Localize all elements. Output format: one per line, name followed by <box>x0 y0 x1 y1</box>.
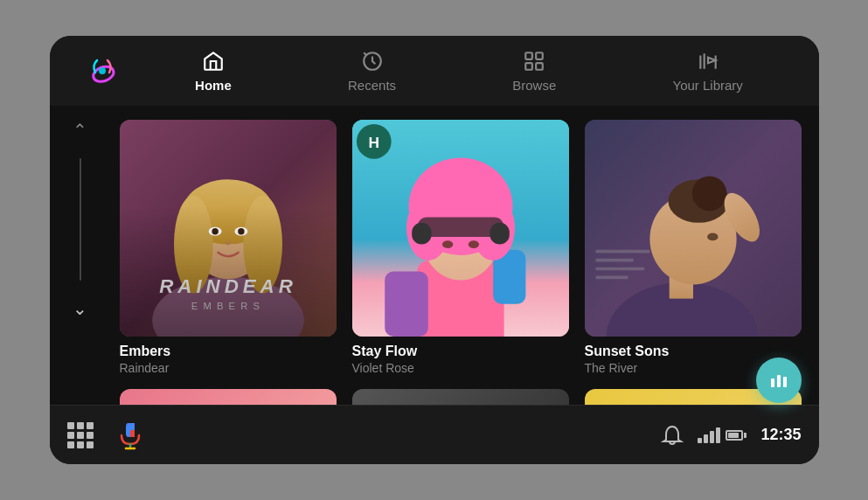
svg-text:RAINDEAR: RAINDEAR <box>159 275 296 297</box>
svg-point-11 <box>152 277 304 337</box>
album-title-stayflow: Stay Flow <box>352 344 569 359</box>
svg-point-16 <box>243 196 282 294</box>
album-card-stayflow[interactable]: H Stay Flow Violet Rose <box>352 120 569 375</box>
svg-rect-46 <box>595 250 649 253</box>
grid-dot <box>77 422 84 429</box>
svg-point-13 <box>186 188 268 279</box>
nav-item-browse[interactable]: Browse <box>495 43 573 100</box>
svg-point-18 <box>234 227 247 236</box>
svg-rect-50 <box>771 378 774 387</box>
now-playing-fab[interactable] <box>756 358 802 403</box>
grid-dot <box>67 432 74 439</box>
assistant-mic-button[interactable] <box>115 420 146 451</box>
sidebar: ⌃ ⌄ <box>50 106 111 405</box>
svg-point-19 <box>212 228 218 234</box>
svg-rect-48 <box>595 267 644 271</box>
signal-bar-4 <box>716 427 720 443</box>
album-card-sunset[interactable]: Sunset Sons The River <box>585 120 802 375</box>
signal-battery-indicator <box>698 427 746 443</box>
svg-point-1 <box>99 67 106 74</box>
recents-icon <box>361 50 384 73</box>
top-navigation: Home Recents Browse <box>50 36 819 106</box>
album-art-stayflow: H <box>352 120 569 337</box>
signal-bar-1 <box>698 438 702 443</box>
app-logo <box>83 52 122 90</box>
album-art-raindear: RAINDEAR EMBERS <box>120 120 337 337</box>
scroll-track <box>80 158 81 281</box>
grid-dot <box>87 432 94 439</box>
logo-area <box>67 52 137 90</box>
grid-dot <box>67 422 74 429</box>
svg-rect-3 <box>526 52 533 59</box>
library-icon <box>697 50 719 73</box>
svg-text:H: H <box>368 134 379 151</box>
svg-rect-25 <box>385 272 428 337</box>
preview-card-1[interactable] <box>120 389 337 405</box>
sunset-artwork <box>585 120 802 337</box>
svg-rect-32 <box>412 223 431 245</box>
bottom-bar: 12:35 <box>50 405 819 464</box>
signal-bar-3 <box>710 431 714 443</box>
svg-point-35 <box>468 240 478 248</box>
battery-fill <box>728 433 738 438</box>
svg-point-20 <box>238 228 244 234</box>
battery-tip <box>744 433 746 438</box>
signal-bars <box>698 427 720 443</box>
bottom-right-status: 12:35 <box>661 424 801 447</box>
nav-items: Home Recents Browse <box>137 43 802 100</box>
nav-label-recents: Recents <box>348 78 396 93</box>
notification-bell-button[interactable] <box>661 424 684 447</box>
grid-dot <box>87 441 94 448</box>
svg-point-15 <box>174 196 213 294</box>
svg-point-34 <box>441 240 452 248</box>
album-info-raindear: Embers Raindear <box>120 344 337 375</box>
svg-rect-49 <box>595 276 628 280</box>
album-title-raindear: Embers <box>120 344 337 359</box>
stayflow-artwork: H <box>352 120 569 337</box>
nav-label-home: Home <box>195 78 232 93</box>
nav-item-recents[interactable]: Recents <box>330 43 413 100</box>
album-artist-raindear: Raindear <box>120 361 337 375</box>
car-screen: Home Recents Browse <box>50 36 819 464</box>
scroll-up-button[interactable]: ⌃ <box>67 115 93 146</box>
browse-icon <box>523 50 545 73</box>
home-icon <box>202 50 225 73</box>
nav-item-library[interactable]: Your Library <box>656 43 760 100</box>
svg-point-14 <box>182 179 273 244</box>
albums-row-1: RAINDEAR EMBERS Embers Raindear <box>120 120 802 375</box>
svg-rect-47 <box>595 259 633 262</box>
svg-rect-33 <box>490 223 509 245</box>
albums-row-2 <box>120 389 802 405</box>
equalizer-icon <box>768 370 789 391</box>
apps-button[interactable] <box>67 422 94 448</box>
svg-rect-52 <box>783 377 787 387</box>
svg-rect-51 <box>777 375 781 387</box>
album-card-raindear[interactable]: RAINDEAR EMBERS Embers Raindear <box>120 120 337 375</box>
scroll-down-button[interactable]: ⌄ <box>67 293 93 324</box>
album-info-stayflow: Stay Flow Violet Rose <box>352 344 569 375</box>
preview-card-2[interactable] <box>352 389 569 405</box>
svg-point-43 <box>691 176 726 211</box>
nav-item-home[interactable]: Home <box>177 43 249 100</box>
nav-label-library: Your Library <box>673 78 743 93</box>
album-artist-stayflow: Violet Rose <box>352 361 569 375</box>
bottom-left-controls <box>67 420 146 451</box>
grid-dot <box>77 441 84 448</box>
album-title-sunset: Sunset Sons <box>585 344 802 359</box>
svg-rect-4 <box>536 52 543 59</box>
battery-indicator <box>726 430 746 441</box>
svg-rect-56 <box>126 423 130 437</box>
svg-rect-12 <box>215 245 241 277</box>
svg-rect-10 <box>120 120 337 337</box>
content-area: RAINDEAR EMBERS Embers Raindear <box>111 106 819 405</box>
svg-rect-5 <box>526 63 533 70</box>
svg-rect-6 <box>536 63 543 70</box>
grid-dot <box>87 422 94 429</box>
clock-display: 12:35 <box>760 426 801 444</box>
svg-point-17 <box>208 227 221 236</box>
svg-point-44 <box>707 233 718 241</box>
album-art-sunset <box>585 120 802 337</box>
raindear-artwork: RAINDEAR EMBERS <box>120 120 337 337</box>
signal-bar-2 <box>704 434 708 443</box>
grid-dot <box>77 432 84 439</box>
